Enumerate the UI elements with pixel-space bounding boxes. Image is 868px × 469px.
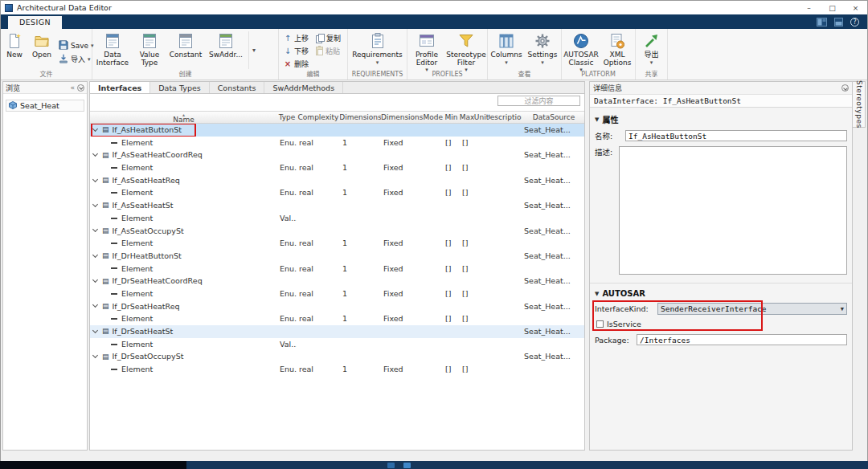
column-header-datasource[interactable]: DataSource	[522, 112, 586, 123]
table-row[interactable]: ▤If_AsSeatOccupyStSeat_Heat...	[90, 225, 584, 238]
column-header-min[interactable]: Min	[443, 112, 460, 123]
tab-data-types[interactable]: Data Types	[150, 82, 209, 93]
paste-button[interactable]: 粘贴	[314, 46, 342, 56]
import-button[interactable]: 导入 ▾	[57, 54, 96, 64]
table-row[interactable]: ▤If_DrHeatButtonStSeat_Heat...	[90, 250, 584, 263]
tab-constants[interactable]: Constants	[210, 82, 265, 93]
table-row[interactable]: ElementEnu...real1Fixed[][]	[90, 312, 584, 325]
table-row[interactable]: ▤If_DrSeatHeatStSeat_Heat...	[90, 325, 584, 338]
table-row[interactable]: ▤If_AsHeatButtonStSeat_Heat...	[90, 124, 584, 137]
table-row[interactable]: ElementEnu...real1Fixed[][]	[90, 137, 584, 149]
collapse-arrow-icon[interactable]: ▼	[595, 291, 599, 297]
chevron-down-icon[interactable]	[92, 252, 98, 258]
panel-menu-icon[interactable]	[841, 84, 849, 92]
panel-menu-icon[interactable]	[77, 84, 84, 92]
tab-design[interactable]: DESIGN	[8, 16, 62, 29]
table-row[interactable]: ElementEnu...real1Fixed[][]	[90, 237, 584, 250]
tree-item-seat-heat[interactable]: Seat_Heat	[6, 100, 84, 112]
interface-icon: ▤	[102, 227, 109, 234]
taskbar-app-icon[interactable]	[403, 463, 411, 468]
table-row[interactable]: ElementEnu...real1Fixed[][]	[90, 263, 584, 275]
import-icon	[59, 54, 68, 65]
description-field[interactable]	[619, 146, 847, 275]
interface-kind-dropdown[interactable]: SenderReceiverInterface ▼	[657, 303, 847, 315]
package-field[interactable]	[637, 334, 847, 345]
column-header-unit[interactable]: Unit	[474, 112, 489, 123]
interface-name: If_DrHeatButtonSt	[113, 250, 182, 263]
chevron-down-icon[interactable]	[92, 126, 98, 132]
taskbar-app-icon[interactable]	[387, 463, 395, 468]
column-header-dimensionsmode[interactable]: DimensionsMode	[381, 112, 443, 123]
chevron-down-icon[interactable]	[92, 202, 98, 207]
window-layout-icon[interactable]	[817, 14, 827, 30]
swaddr-button[interactable]: SwAddr...	[205, 31, 247, 69]
element-name: Element	[121, 312, 153, 325]
xml-options-button[interactable]: XML Options	[600, 31, 634, 69]
name-field[interactable]	[625, 130, 847, 141]
interface-icon: ▤	[102, 303, 109, 310]
cell-type: Enu...	[277, 312, 297, 325]
chevron-down-icon[interactable]	[92, 226, 98, 232]
gallery-expand-button[interactable]: ▾	[248, 31, 259, 69]
table-row[interactable]: ElementVal...	[90, 338, 584, 351]
collapse-arrow-icon[interactable]: ▼	[595, 116, 599, 123]
minimize-button[interactable]: –	[797, 1, 821, 14]
table-row[interactable]: ElementVal...	[90, 212, 584, 225]
copy-label: 复制	[326, 33, 341, 43]
table-row[interactable]: ▤If_AsSeatHeatStSeat_Heat...	[90, 199, 584, 212]
stereotype-filter-button[interactable]: Stereotype Filter ▾	[446, 31, 486, 69]
move-down-button[interactable]: ↓下移	[282, 46, 310, 56]
close-button[interactable]: ×	[844, 1, 867, 14]
collapse-panel-icon[interactable]: «	[70, 84, 75, 92]
requirements-button[interactable]: Requirements ▾	[351, 31, 404, 69]
xml-options-label: XML Options	[601, 51, 633, 67]
save-button[interactable]: Save ▾	[57, 40, 96, 51]
is-service-checkbox[interactable]	[596, 320, 604, 328]
stereotype-filter-label: Stereotype Filter	[446, 51, 486, 67]
maximize-button[interactable]: □	[821, 1, 844, 14]
stereotypes-panel-tab[interactable]: Stereotypes	[852, 81, 866, 128]
chevron-down-icon[interactable]	[92, 277, 98, 283]
copy-button[interactable]: 复制	[314, 33, 342, 43]
column-header-max[interactable]: Max	[460, 112, 474, 123]
table-row[interactable]: ElementEnu...real1Fixed[][]	[90, 186, 584, 199]
open-button[interactable]: Open	[28, 31, 55, 69]
chevron-down-icon[interactable]	[92, 177, 98, 182]
column-header-dimensions[interactable]: Dimensions	[340, 112, 381, 123]
chevron-down-icon[interactable]	[92, 328, 98, 333]
settings-button[interactable]: Settings ▾	[525, 31, 560, 69]
autosar-classic-button[interactable]: AUTOSAR Classic ▾	[562, 31, 600, 69]
delete-button[interactable]: ×删除	[282, 59, 310, 69]
element-name: Element	[121, 263, 153, 275]
panels-icon[interactable]	[834, 14, 843, 30]
filter-input[interactable]	[497, 96, 580, 106]
cell-complexity: real	[297, 137, 340, 149]
value-type-button[interactable]: Value Type	[133, 31, 166, 69]
table-row[interactable]: ▤If_AsSeatHeatCoordReqSeat_Heat...	[90, 149, 584, 161]
tab-swaddrmethods[interactable]: SwAddrMethods	[264, 82, 343, 93]
column-header-type[interactable]: Type	[277, 112, 297, 123]
table-row[interactable]: ▤If_AsSeatHeatReqSeat_Heat...	[90, 174, 584, 187]
table-row[interactable]: ElementEnu...real1Fixed[][]	[90, 288, 584, 300]
table-row[interactable]: ElementEnu...real1Fixed[][]	[90, 161, 584, 174]
profile-editor-button[interactable]: Profile Editor ▾	[407, 31, 446, 69]
tab-interfaces[interactable]: Interfaces	[90, 82, 150, 93]
column-header-name[interactable]: ▴Name	[90, 112, 277, 123]
chevron-down-icon[interactable]	[92, 151, 98, 157]
new-button[interactable]: New	[1, 31, 28, 69]
table-row[interactable]: ElementEnu...real1Fixed[][]	[90, 363, 584, 376]
table-row[interactable]: ▤If_DrSeatHeatReqSeat_Heat...	[90, 300, 584, 313]
export-button[interactable]: 导出 ▾	[637, 31, 666, 69]
move-up-button[interactable]: ↑上移	[282, 33, 310, 43]
column-header-description[interactable]: Description	[489, 112, 522, 123]
help-icon[interactable]: ?	[850, 18, 859, 27]
column-header-complexity[interactable]: Complexity	[297, 112, 340, 123]
cell-ds: Seat_Heat...	[522, 199, 586, 212]
data-interface-button[interactable]: Data Interface	[92, 31, 133, 69]
chevron-down-icon[interactable]	[92, 353, 98, 358]
chevron-down-icon[interactable]	[92, 302, 98, 308]
table-row[interactable]: ▤If_DrSeatHeatCoordReqSeat_Heat...	[90, 275, 584, 288]
table-row[interactable]: ▤If_DrSeatOccupyStSeat_Heat...	[90, 350, 584, 363]
columns-button[interactable]: Columns ▾	[488, 31, 525, 69]
constant-button[interactable]: Constant	[166, 31, 205, 69]
